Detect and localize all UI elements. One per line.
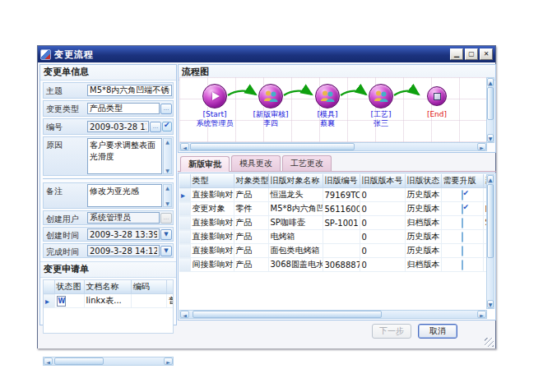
window-title: 变更流程	[54, 48, 450, 61]
scroll-up-icon[interactable]: ▲	[487, 175, 494, 183]
table-row[interactable]: 直接影响对象 产品 SP咖啡壶 SP-1001 0 归档版本 SP咖	[179, 216, 487, 230]
col-old-name[interactable]: 旧版对象名称	[268, 174, 323, 188]
create-time-dropdown-button[interactable]: ▼	[160, 229, 172, 240]
scroll-left-icon[interactable]: ◄	[44, 357, 53, 365]
close-button[interactable]: ✕	[480, 48, 493, 60]
request-table-viewport: 状态图 文档名称 编码 linkx表... 普通	[43, 279, 174, 334]
doc-extra-cell[interactable]: 普通	[166, 294, 174, 308]
scroll-up-icon[interactable]: ▲	[164, 185, 171, 191]
impact-table: 类型 对象类型 旧版对象名称 旧版编号 旧版版本号 旧版状态 需要升版 新版	[179, 174, 487, 272]
finish-time-input[interactable]	[87, 245, 160, 256]
finish-time-dropdown-button[interactable]: ▼	[160, 246, 172, 256]
maximize-button[interactable]: ▢	[465, 48, 478, 60]
upgrade-checkbox[interactable]	[462, 260, 463, 270]
upgrade-checkbox[interactable]	[462, 204, 463, 214]
scroll-right-icon[interactable]: ►	[477, 143, 486, 150]
scroll-right-icon[interactable]: ►	[164, 357, 173, 365]
remark-label: 备注	[44, 183, 86, 208]
scrollbar-thumb[interactable]	[487, 87, 494, 120]
table-row[interactable]: 直接影响对象 产品 电烤箱 0 历史版本	[179, 230, 487, 244]
finish-time-field-row: 完成时间 ▼	[43, 243, 174, 258]
scroll-right-icon[interactable]: ►	[477, 311, 486, 318]
flow-canvas[interactable]: [Start]系统管理员 [新版审核]李四 [模具]蔡襄 [工艺]张三 [End	[179, 77, 487, 143]
row-selector-cell	[179, 202, 190, 216]
scrollbar-thumb[interactable]	[487, 184, 494, 258]
flow-node-end[interactable]	[427, 86, 447, 106]
row-selector-cell	[179, 244, 190, 258]
row-selector-cell	[179, 258, 190, 272]
table-row[interactable]: 直接影响对象 产品 恒温龙头 79169TC 0 历史版本	[179, 188, 487, 202]
stop-icon	[434, 93, 441, 100]
app-icon	[40, 49, 51, 60]
doc-name-cell[interactable]: linkx表...	[84, 294, 131, 308]
doc-code-cell[interactable]	[131, 294, 166, 308]
impact-table-vscrollbar[interactable]: ▲ ▼	[486, 174, 494, 309]
creator-input[interactable]	[87, 212, 160, 224]
remark-scrollbar[interactable]: ▲▼	[163, 184, 172, 207]
request-table-row[interactable]: linkx表... 普通	[44, 294, 174, 308]
reason-field-row: 原因 客户要求调整表面光滑度 ▲▼	[43, 136, 174, 176]
number-input[interactable]	[87, 121, 149, 132]
people-icon	[319, 90, 336, 103]
change-type-picker-button[interactable]: …	[160, 104, 172, 114]
request-col-status: 状态图	[54, 280, 84, 294]
create-time-label: 创建时间	[44, 228, 86, 241]
next-step-button: 下一步	[372, 324, 411, 339]
tab-new-version-approve[interactable]: 新版审批	[180, 156, 230, 172]
flow-hscrollbar[interactable]: ◄ ►	[179, 142, 487, 151]
minimize-button[interactable]: ▁	[450, 48, 463, 60]
col-old-status[interactable]: 旧版状态	[405, 174, 441, 188]
people-icon	[262, 90, 279, 103]
change-type-input[interactable]	[87, 103, 160, 114]
reason-textarea[interactable]: 客户要求调整表面光滑度	[87, 138, 162, 174]
scrollbar-thumb[interactable]	[193, 311, 382, 318]
col-object-type[interactable]: 对象类型	[234, 174, 268, 188]
number-picker-button[interactable]: …	[150, 122, 161, 132]
col-old-version[interactable]: 旧版版本号	[360, 174, 405, 188]
scroll-down-icon[interactable]: ▼	[164, 201, 171, 206]
upgrade-checkbox[interactable]	[462, 190, 463, 201]
cancel-button[interactable]: 取消	[418, 324, 457, 339]
scrollbar-thumb[interactable]	[190, 143, 355, 150]
table-row[interactable]: 变更对象 零件 M5*8内六角凹... 5611600 0 历史版本 M5*8	[179, 202, 487, 216]
change-order-info-title: 变更单信息	[40, 65, 176, 81]
scroll-down-icon[interactable]: ▼	[487, 300, 494, 308]
request-selector-header	[44, 280, 54, 294]
scrollbar-thumb[interactable]	[54, 357, 104, 365]
scroll-left-icon[interactable]: ◄	[180, 143, 189, 150]
upgrade-checkbox[interactable]	[462, 246, 463, 256]
number-label: 编号	[44, 119, 86, 134]
col-type[interactable]: 类型	[190, 174, 234, 188]
flow-vscrollbar[interactable]: ▲ ▼	[486, 77, 494, 143]
col-old-number[interactable]: 旧版编号	[323, 174, 360, 188]
window-titlebar[interactable]: 变更流程 ▁ ▢ ✕	[38, 46, 495, 62]
flow-node-mold[interactable]	[315, 84, 340, 108]
scroll-left-icon[interactable]: ◄	[180, 311, 189, 318]
col-need-upgrade[interactable]: 需要升版	[441, 174, 483, 188]
scroll-up-icon[interactable]: ▲	[164, 139, 171, 145]
resize-grip-icon[interactable]	[485, 338, 494, 347]
tab-craft-change[interactable]: 工艺更改	[282, 155, 332, 171]
scroll-down-icon[interactable]: ▼	[487, 134, 494, 142]
number-checkbox[interactable]	[162, 122, 172, 131]
creator-picker-button: …	[160, 213, 172, 224]
flow-node-start[interactable]	[202, 84, 227, 108]
flow-node-craft[interactable]	[369, 84, 393, 108]
tab-mold-change[interactable]: 模具更改	[231, 155, 281, 171]
request-table-hscrollbar[interactable]: ◄ ►	[43, 357, 174, 366]
reason-scrollbar[interactable]: ▲▼	[163, 138, 172, 174]
scroll-down-icon[interactable]: ▼	[164, 168, 171, 173]
word-doc-icon	[57, 296, 66, 307]
scroll-up-icon[interactable]: ▲	[487, 78, 494, 86]
upgrade-checkbox[interactable]	[462, 232, 463, 242]
upgrade-checkbox[interactable]	[462, 218, 463, 228]
table-row[interactable]: 直接影响对象 产品 面包类电烤箱 0 历史版本	[179, 244, 487, 258]
flow-node-review[interactable]	[258, 84, 283, 108]
create-time-input[interactable]	[87, 228, 160, 240]
impact-table-hscrollbar[interactable]: ◄ ►	[179, 310, 487, 319]
remark-textarea[interactable]: 修改为亚光感	[87, 184, 162, 207]
subject-label: 主题	[44, 83, 86, 98]
change-order-info-panel: 变更单信息 主题 变更类型 … 编号 …	[39, 64, 177, 325]
subject-input[interactable]	[87, 85, 172, 96]
table-row[interactable]: 间接影响对象 产品 3068圆盖电水壶 3068887 0 归档版本	[179, 258, 487, 272]
